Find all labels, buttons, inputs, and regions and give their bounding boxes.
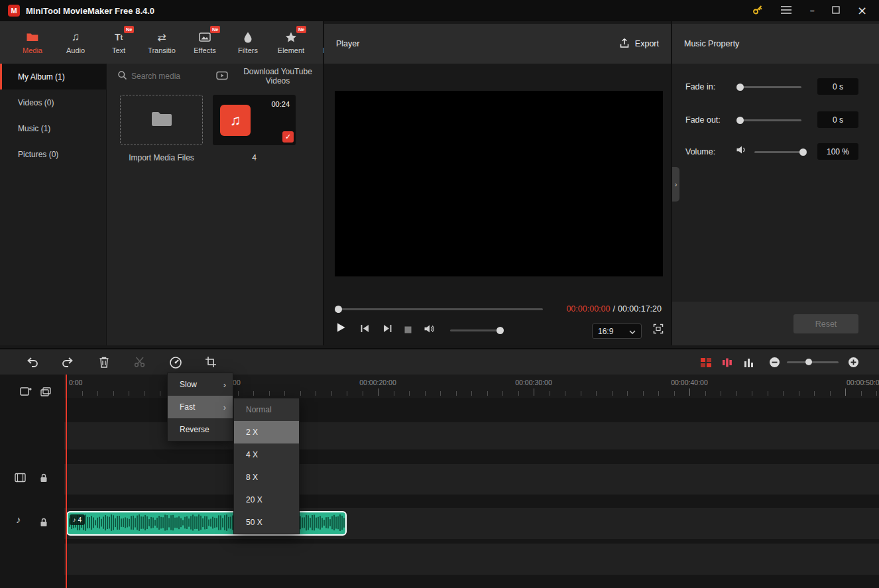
timeline-zoom-knob[interactable] [805, 359, 812, 365]
crop-button[interactable] [205, 356, 217, 370]
speed-menu-item-slow[interactable]: Slow› [168, 373, 233, 396]
fade-out-slider[interactable] [738, 119, 801, 121]
media-item-checkbox[interactable]: ✓ [282, 131, 294, 143]
fullscreen-button[interactable] [653, 323, 664, 336]
next-frame-button[interactable] [382, 324, 392, 335]
sidebar-item-my-album[interactable]: My Album (1) [0, 64, 106, 89]
window-title: MiniTool MovieMaker Free 8.4.0 [26, 6, 154, 16]
zoom-in-button[interactable] [848, 357, 859, 370]
aspect-ratio-dropdown[interactable]: 16:9 [592, 323, 642, 339]
fast-submenu-item-8x[interactable]: 8 X [234, 466, 299, 489]
delete-button[interactable] [99, 356, 109, 371]
speed-button[interactable] [169, 356, 182, 371]
transitions-icon: ⇄ [157, 30, 166, 44]
add-video-track-icon[interactable] [20, 386, 32, 398]
player-volume-knob[interactable] [497, 327, 504, 334]
tab-bar: Media ♫ Audio Ne Tt Text ⇄ Transitio Ne … [0, 21, 324, 64]
fade-in-knob[interactable] [736, 84, 744, 91]
search-icon [117, 70, 127, 83]
tab-transitions[interactable]: ⇄ Transitio [145, 30, 178, 54]
maximize-button[interactable] [832, 6, 840, 16]
fast-submenu-item-50x[interactable]: 50 X [234, 511, 299, 534]
audio-effect-icon[interactable] [722, 357, 732, 370]
ruler-tick [471, 391, 472, 396]
lock-music-track-icon[interactable] [40, 518, 48, 529]
fade-in-value[interactable]: 0 s [817, 78, 858, 95]
minimize-button[interactable]: – [809, 6, 815, 16]
new-badge: Ne [124, 26, 134, 33]
manage-tracks-icon[interactable] [40, 387, 51, 398]
ruler-tick [736, 391, 737, 396]
ruler-tick [565, 391, 565, 396]
hamburger-menu-icon[interactable] [780, 5, 792, 17]
ruler-tick [363, 391, 363, 396]
ruler-tick [160, 391, 160, 396]
ruler-tick [238, 391, 239, 396]
download-youtube-button[interactable]: Download YouTube Videos [216, 67, 323, 86]
sidebar-item-pictures[interactable]: Pictures (0) [0, 141, 106, 167]
search-media-input[interactable] [131, 72, 198, 81]
track-manager-icon[interactable] [700, 357, 712, 370]
audio-clip[interactable]: ♪ 4 [66, 511, 347, 536]
export-button[interactable]: Export [619, 38, 659, 50]
fast-submenu-item-2x[interactable]: 2 X [234, 421, 299, 443]
ruler-tick [752, 391, 752, 396]
tab-media[interactable]: Media [16, 30, 49, 54]
fade-out-knob[interactable] [736, 117, 744, 124]
audio-meter-icon[interactable] [744, 357, 754, 370]
fast-submenu-item-4x[interactable]: 4 X [234, 443, 299, 466]
ruler-tick [253, 391, 254, 396]
tab-filters[interactable]: Filters [231, 30, 264, 54]
timeline-zoom-slider[interactable] [787, 361, 839, 363]
app-logo-icon: M [8, 5, 20, 17]
sidebar-item-videos[interactable]: Videos (0) [0, 89, 106, 115]
lock-video-track-icon[interactable] [40, 473, 48, 485]
ruler-tick [768, 391, 768, 396]
current-time: 00:00:00:00 [566, 304, 610, 314]
tab-audio[interactable]: ♫ Audio [59, 30, 92, 54]
text-icon: Tt [115, 30, 123, 44]
volume-value[interactable]: 100 % [817, 143, 858, 160]
player-volume-slider[interactable] [450, 329, 503, 331]
play-button[interactable] [336, 322, 346, 335]
library-sidebar: My Album (1) Videos (0) Music (1) Pictur… [0, 64, 106, 345]
tab-elements[interactable]: Ne Element [274, 30, 308, 54]
close-button[interactable]: × [857, 5, 867, 17]
ruler-tick [394, 391, 394, 396]
tab-effects[interactable]: Ne Effects [188, 30, 221, 54]
media-item-card[interactable]: ♫ 00:24 ✓ [213, 95, 296, 145]
import-media-dropzone[interactable] [120, 95, 203, 145]
undo-button[interactable] [26, 356, 39, 371]
license-key-icon[interactable] [752, 5, 763, 17]
timeline-track-row [64, 544, 879, 575]
ruler-tick [845, 388, 846, 396]
volume-knob[interactable] [799, 148, 807, 156]
media-panel-header: Download YouTube Videos [107, 64, 323, 89]
panel-collapse-handle[interactable]: › [672, 167, 679, 202]
previous-frame-button[interactable] [360, 324, 370, 335]
speed-menu-item-reverse[interactable]: Reverse [168, 418, 233, 441]
volume-slider[interactable] [754, 151, 804, 153]
player-title: Player [336, 39, 359, 48]
fade-out-value[interactable]: 0 s [817, 111, 858, 128]
speed-menu-item-fast[interactable]: Fast› [168, 396, 233, 418]
speed-menu: Slow› Fast› Reverse [167, 373, 233, 441]
sidebar-item-music[interactable]: Music (1) [0, 115, 106, 141]
player-speaker-icon[interactable] [424, 324, 435, 335]
filters-icon [243, 30, 253, 44]
fast-submenu-item-20x[interactable]: 20 X [234, 489, 299, 511]
playhead[interactable] [66, 375, 67, 588]
clip-name: 4 [78, 516, 82, 524]
ruler-tick [316, 391, 316, 396]
volume-label: Volume: [685, 147, 715, 156]
tab-text[interactable]: Ne Tt Text [102, 30, 135, 54]
stop-button[interactable] [404, 325, 412, 335]
redo-button[interactable] [61, 356, 74, 371]
fade-in-slider[interactable] [738, 86, 801, 88]
seek-slider[interactable] [336, 308, 543, 310]
seek-knob[interactable] [335, 306, 342, 313]
ruler-tick [113, 391, 114, 396]
zoom-out-button[interactable] [769, 357, 780, 370]
clip-label-chip: ♪ 4 [70, 514, 85, 525]
timeline-toolbar [0, 348, 879, 375]
